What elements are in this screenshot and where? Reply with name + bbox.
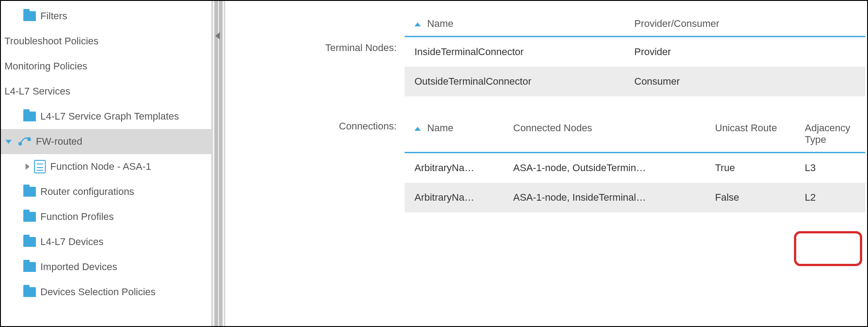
col-adjacency-type[interactable]: Adjacency Type: [795, 122, 865, 146]
tree-item-router-configurations[interactable]: Router configurations: [1, 179, 211, 204]
col-label: Name: [427, 122, 454, 133]
folder-icon: [23, 237, 36, 247]
col-provider-consumer[interactable]: Provider/Consumer: [624, 18, 865, 30]
tree-label: L4-L7 Services: [4, 86, 70, 97]
col-label: Adjacency Type: [805, 122, 851, 145]
col-label: Connected Nodes: [513, 122, 592, 133]
folder-icon: [23, 112, 36, 121]
navigation-tree: Filters Troubleshoot Policies Monitoring…: [1, 1, 212, 326]
tree-label: Function Node - ASA-1: [50, 161, 151, 172]
cell-adj: L3: [795, 162, 865, 174]
chevron-down-icon: [5, 140, 12, 144]
table-header: Name Provider/Consumer: [405, 10, 865, 37]
cell-name: ArbitraryNa…: [405, 192, 503, 203]
tree-label: L4-L7 Devices: [40, 236, 104, 248]
cell-uni: True: [705, 162, 795, 174]
tree-label: Devices Selection Policies: [40, 286, 156, 298]
col-name[interactable]: Name: [405, 18, 624, 30]
table-header: Name Connected Nodes Unicast Route Adjac…: [405, 114, 865, 153]
tree-item-devices-selection-policies[interactable]: Devices Selection Policies: [1, 280, 211, 305]
folder-icon: [23, 11, 36, 21]
tree-label: Router configurations: [40, 186, 134, 198]
table-row[interactable]: InsideTerminalConnector Provider: [405, 37, 865, 67]
col-unicast-route[interactable]: Unicast Route: [705, 122, 795, 146]
col-label: Name: [427, 18, 454, 29]
service-graph-icon: [18, 136, 31, 147]
tree-item-l4l7-services[interactable]: L4-L7 Services: [1, 79, 211, 104]
terminal-nodes-table: Name Provider/Consumer InsideTerminalCon…: [405, 10, 865, 96]
tree-label: Imported Devices: [40, 261, 117, 273]
col-name[interactable]: Name: [405, 122, 503, 146]
terminal-nodes-label: Terminal Nodes:: [225, 10, 405, 54]
cell-nodes: ASA-1-node, OutsideTermin…: [503, 162, 705, 174]
table-row[interactable]: ArbitraryNa… ASA-1-node, OutsideTermin… …: [405, 153, 865, 183]
cell-name: ArbitraryNa…: [405, 162, 503, 174]
tree-item-function-node-asa1[interactable]: Function Node - ASA-1: [1, 154, 211, 179]
sort-asc-icon: [414, 127, 421, 131]
tree-item-fw-routed[interactable]: FW-routed: [1, 129, 211, 154]
connections-section: Connections: Name Connected Nodes Unicas…: [225, 114, 867, 212]
cell-adj: L2: [795, 192, 865, 203]
folder-icon: [23, 262, 36, 272]
col-connected-nodes[interactable]: Connected Nodes: [503, 122, 705, 146]
cell-pc: Provider: [624, 46, 865, 58]
cell-name: InsideTerminalConnector: [405, 46, 624, 58]
pane-splitter[interactable]: [212, 1, 225, 326]
chevron-right-icon: [26, 164, 30, 170]
tree-label: Function Profiles: [40, 211, 114, 223]
tree-item-monitoring-policies[interactable]: Monitoring Policies: [1, 54, 211, 79]
cell-nodes: ASA-1-node, InsideTerminal…: [503, 192, 705, 203]
tree-label: Troubleshoot Policies: [4, 35, 99, 47]
folder-icon: [23, 212, 36, 222]
sort-asc-icon: [414, 22, 421, 26]
main-content: Terminal Nodes: Name Provider/Consumer I…: [225, 1, 867, 326]
cell-name: OutsideTerminalConnector: [405, 76, 624, 87]
function-node-icon: [34, 160, 46, 173]
cell-uni: False: [705, 192, 795, 203]
tree-item-service-graph-templates[interactable]: L4-L7 Service Graph Templates: [1, 104, 211, 129]
folder-icon: [23, 287, 36, 297]
tree-label: Monitoring Policies: [4, 60, 87, 72]
app-root: Filters Troubleshoot Policies Monitoring…: [1, 1, 867, 326]
terminal-nodes-section: Terminal Nodes: Name Provider/Consumer I…: [225, 10, 867, 96]
cell-pc: Consumer: [624, 76, 865, 87]
tree-label: FW-routed: [36, 136, 83, 147]
tree-item-l4l7-devices[interactable]: L4-L7 Devices: [1, 229, 211, 254]
table-row[interactable]: ArbitraryNa… ASA-1-node, InsideTerminal……: [405, 183, 865, 212]
collapse-left-icon[interactable]: [215, 32, 220, 39]
splitter-grip-icon: [214, 1, 218, 326]
table-row[interactable]: OutsideTerminalConnector Consumer: [405, 67, 865, 96]
tree-item-filters[interactable]: Filters: [1, 4, 211, 29]
connections-table: Name Connected Nodes Unicast Route Adjac…: [405, 114, 865, 212]
tree-label: Filters: [40, 10, 67, 22]
tree-item-troubleshoot-policies[interactable]: Troubleshoot Policies: [1, 29, 211, 54]
tree-item-function-profiles[interactable]: Function Profiles: [1, 204, 211, 229]
tree-label: L4-L7 Service Graph Templates: [40, 111, 179, 122]
folder-icon: [23, 187, 36, 197]
connections-label: Connections:: [225, 114, 405, 132]
col-label: Unicast Route: [715, 122, 777, 133]
col-label: Provider/Consumer: [634, 18, 720, 29]
tree-item-imported-devices[interactable]: Imported Devices: [1, 254, 211, 280]
